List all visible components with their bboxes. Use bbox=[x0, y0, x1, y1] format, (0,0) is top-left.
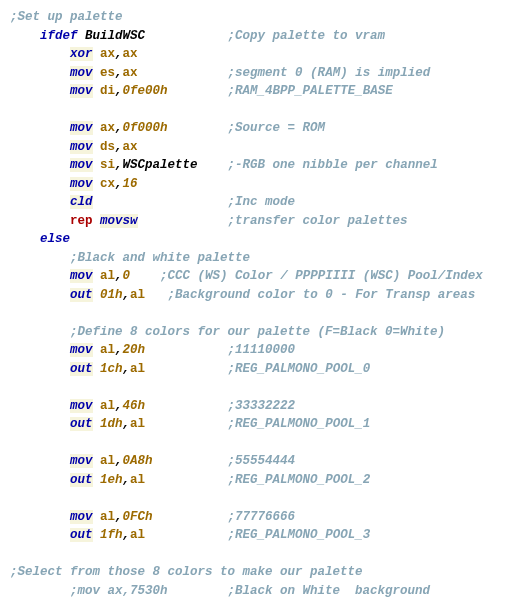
token-inst-bg: out bbox=[70, 528, 93, 542]
token-inst-bg: xor bbox=[70, 47, 93, 61]
token-comment: ;REG_PALMONO_POOL_1 bbox=[228, 417, 371, 431]
token-sym: , bbox=[115, 343, 123, 357]
token-plain bbox=[10, 362, 70, 376]
token-plain bbox=[145, 417, 228, 431]
token-plain bbox=[145, 288, 168, 302]
token-comment: ;Define 8 colors for our palette (F=Blac… bbox=[70, 325, 445, 339]
token-plain bbox=[138, 214, 228, 228]
code-line: mov di,0fe00h ;RAM_4BPP_PALETTE_BASE bbox=[10, 82, 499, 101]
token-plain bbox=[93, 269, 101, 283]
token-inst-bg: mov bbox=[70, 84, 93, 98]
code-line: ;Black and white palette bbox=[10, 249, 499, 268]
token-sym: , bbox=[123, 417, 131, 431]
token-comment: ;REG_PALMONO_POOL_3 bbox=[228, 528, 371, 542]
token-sym: , bbox=[123, 288, 131, 302]
token-sym: , bbox=[115, 510, 123, 524]
code-line: ifdef BuildWSC ;Copy palette to vram bbox=[10, 27, 499, 46]
token-inst-bg: mov bbox=[70, 140, 93, 154]
token-inst-bg: out bbox=[70, 473, 93, 487]
token-plain bbox=[93, 214, 101, 228]
token-plain bbox=[93, 288, 101, 302]
token-comment: ;11110000 bbox=[228, 343, 296, 357]
token-plain bbox=[93, 66, 101, 80]
code-line: xor ax,ax bbox=[10, 45, 499, 64]
token-reg: ax bbox=[123, 140, 138, 154]
token-num: 20h bbox=[123, 343, 146, 357]
token-plain bbox=[10, 399, 70, 413]
token-comment: ;33332222 bbox=[228, 399, 296, 413]
code-line: else bbox=[10, 230, 499, 249]
token-num: 0FCh bbox=[123, 510, 153, 524]
token-num: 16 bbox=[123, 177, 138, 191]
code-line: ;Set up palette bbox=[10, 8, 499, 27]
token-comment: ;REG_PALMONO_POOL_2 bbox=[228, 473, 371, 487]
token-plain bbox=[93, 195, 228, 209]
token-reg: ax bbox=[100, 121, 115, 135]
token-inst-bg: mov bbox=[70, 66, 93, 80]
token-plain bbox=[130, 269, 160, 283]
token-rep: rep bbox=[70, 214, 93, 228]
token-comment: ;55554444 bbox=[228, 454, 296, 468]
token-plain bbox=[10, 288, 70, 302]
token-num: 0f000h bbox=[123, 121, 168, 135]
token-sym: , bbox=[115, 121, 123, 135]
token-reg: ax bbox=[123, 47, 138, 61]
token-plain bbox=[93, 510, 101, 524]
code-line bbox=[10, 378, 499, 397]
token-comment: ;Select from those 8 colors to make our … bbox=[10, 565, 363, 579]
token-num: 0 bbox=[123, 269, 131, 283]
token-plain bbox=[10, 528, 70, 542]
token-plain bbox=[168, 84, 228, 98]
token-plain bbox=[10, 510, 70, 524]
token-pp: ifdef bbox=[40, 29, 78, 43]
token-reg: es bbox=[100, 66, 115, 80]
token-num: 0fe00h bbox=[123, 84, 168, 98]
code-line: ;Select from those 8 colors to make our … bbox=[10, 563, 499, 582]
code-line: ;mov ax,7530h ;Black on White background bbox=[10, 582, 499, 601]
token-sym: , bbox=[115, 454, 123, 468]
token-reg: cx bbox=[100, 177, 115, 191]
token-plain bbox=[145, 399, 228, 413]
code-line: mov al,0 ;CCC (WS) Color / PPPPIIII (WSC… bbox=[10, 267, 499, 286]
code-line bbox=[10, 101, 499, 120]
token-reg: ax bbox=[100, 47, 115, 61]
token-plain bbox=[93, 362, 101, 376]
token-sym: , bbox=[115, 66, 123, 80]
token-plain bbox=[93, 528, 101, 542]
code-line: mov si,WSCpalette ;-RGB one nibble per c… bbox=[10, 156, 499, 175]
code-line: out 1eh,al ;REG_PALMONO_POOL_2 bbox=[10, 471, 499, 490]
token-reg: ax bbox=[123, 66, 138, 80]
token-sym: , bbox=[123, 362, 131, 376]
code-line: out 1ch,al ;REG_PALMONO_POOL_0 bbox=[10, 360, 499, 379]
token-reg: al bbox=[100, 454, 115, 468]
token-inst-bg: mov bbox=[70, 269, 93, 283]
token-comment: ;Inc mode bbox=[228, 195, 296, 209]
code-line: mov ax,0f000h ;Source = ROM bbox=[10, 119, 499, 138]
token-plain bbox=[93, 473, 101, 487]
token-inst-bg: mov bbox=[70, 177, 93, 191]
token-reg: al bbox=[130, 288, 145, 302]
token-comment: ;-RGB one nibble per channel bbox=[228, 158, 438, 172]
token-inst-bg: out bbox=[70, 288, 93, 302]
token-inst-bg: mov bbox=[70, 454, 93, 468]
token-inst-bg: mov bbox=[70, 121, 93, 135]
token-reg: al bbox=[130, 473, 145, 487]
token-inst-bg: mov bbox=[70, 399, 93, 413]
code-line: out 1fh,al ;REG_PALMONO_POOL_3 bbox=[10, 526, 499, 545]
token-plain bbox=[10, 84, 70, 98]
token-plain bbox=[10, 251, 70, 265]
code-line bbox=[10, 489, 499, 508]
token-plain bbox=[10, 140, 70, 154]
token-inst-bg: movsw bbox=[100, 214, 138, 228]
token-reg: al bbox=[100, 510, 115, 524]
code-block: ;Set up palette ifdef BuildWSC ;Copy pal… bbox=[10, 8, 499, 601]
token-sym: , bbox=[115, 158, 123, 172]
token-comment: ;Copy palette to vram bbox=[228, 29, 386, 43]
token-sym: , bbox=[115, 177, 123, 191]
token-plain bbox=[10, 584, 70, 598]
token-reg: si bbox=[100, 158, 115, 172]
token-plain bbox=[10, 269, 70, 283]
token-plain bbox=[10, 103, 18, 117]
token-comment: ;transfer color palettes bbox=[228, 214, 408, 228]
token-plain bbox=[10, 436, 18, 450]
